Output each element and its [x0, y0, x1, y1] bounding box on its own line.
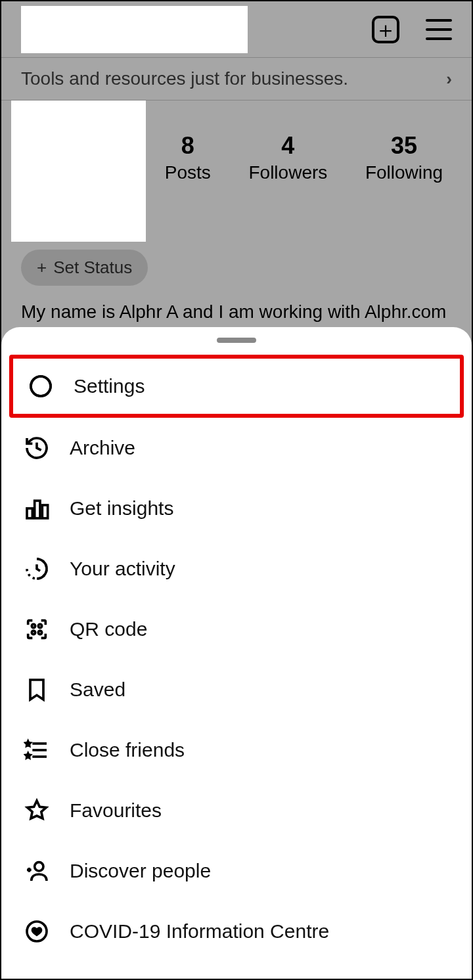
sheet-grabber[interactable] [217, 338, 256, 343]
heart-circle-icon [24, 918, 50, 945]
bar-chart-icon [24, 495, 50, 522]
svg-point-6 [32, 624, 35, 627]
svg-rect-3 [27, 508, 32, 518]
menu-item-covid[interactable]: COVID-19 Information Centre [1, 901, 472, 962]
svg-point-1 [36, 382, 46, 391]
menu-bottom-sheet: Settings Archive Get insights Your activ… [1, 327, 472, 979]
menu-label: Saved [70, 679, 125, 701]
menu-label: COVID-19 Information Centre [70, 920, 329, 943]
menu-item-insights[interactable]: Get insights [1, 478, 472, 539]
menu-item-favourites[interactable]: Favourites [1, 780, 472, 841]
svg-point-13 [35, 862, 43, 871]
menu-label: Discover people [70, 860, 211, 882]
menu-item-archive[interactable]: Archive [1, 418, 472, 478]
star-icon [24, 797, 50, 824]
username-block[interactable] [21, 6, 248, 53]
svg-point-8 [32, 631, 35, 634]
qr-code-icon [24, 616, 50, 642]
menu-label: Favourites [70, 799, 162, 822]
menu-item-qr[interactable]: QR code [1, 599, 472, 659]
stat-posts[interactable]: 8 Posts [165, 132, 211, 183]
followers-label: Followers [248, 162, 327, 183]
menu-item-discover[interactable]: Discover people [1, 841, 472, 901]
menu-item-settings[interactable]: Settings [9, 355, 464, 418]
stat-following[interactable]: 35 Following [365, 132, 443, 183]
followers-count: 4 [248, 132, 327, 160]
chevron-right-icon: › [446, 69, 452, 89]
plus-icon: + [37, 257, 47, 278]
menu-label: Settings [74, 375, 145, 397]
set-status-button[interactable]: + Set Status [21, 250, 148, 286]
set-status-label: Set Status [53, 257, 132, 278]
bookmark-icon [24, 677, 50, 703]
profile-picture[interactable] [11, 100, 146, 242]
menu-label: Your activity [70, 558, 175, 580]
activity-clock-icon [24, 556, 50, 582]
posts-label: Posts [165, 162, 211, 183]
svg-point-9 [38, 631, 41, 634]
history-icon [24, 435, 50, 461]
menu-item-close-friends[interactable]: Close friends [1, 720, 472, 780]
svg-point-7 [38, 624, 41, 627]
menu-label: Get insights [70, 497, 173, 520]
menu-item-saved[interactable]: Saved [1, 659, 472, 720]
plus-icon: ＋ [374, 18, 397, 41]
menu-item-activity[interactable]: Your activity [1, 539, 472, 599]
menu-label: Archive [70, 437, 135, 459]
discover-people-icon [24, 858, 50, 884]
svg-rect-5 [42, 505, 47, 518]
business-tools-banner[interactable]: Tools and resources just for businesses.… [1, 57, 472, 100]
stat-followers[interactable]: 4 Followers [248, 132, 327, 183]
menu-label: Close friends [70, 739, 185, 761]
posts-count: 8 [165, 132, 211, 160]
gear-icon [28, 373, 54, 399]
following-count: 35 [365, 132, 443, 160]
close-friends-icon [24, 737, 50, 763]
banner-text: Tools and resources just for businesses. [21, 68, 348, 89]
following-label: Following [365, 162, 443, 183]
svg-rect-4 [35, 501, 40, 518]
menu-button[interactable] [426, 19, 452, 40]
create-post-button[interactable]: ＋ [372, 16, 399, 43]
menu-label: QR code [70, 618, 147, 640]
